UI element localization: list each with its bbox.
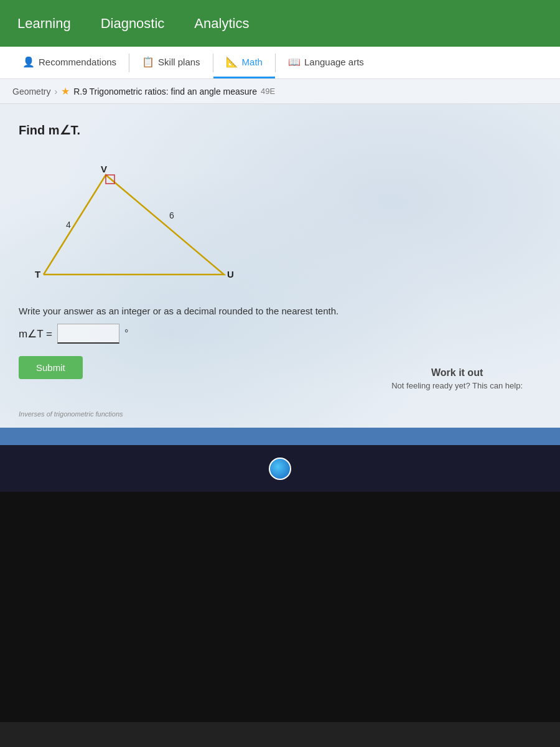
taskbar <box>0 445 560 492</box>
triangle-diagram: V T U 4 6 <box>31 156 255 293</box>
breadcrumb-parent[interactable]: Geometry <box>12 87 50 96</box>
recommendations-icon: 👤 <box>22 56 35 68</box>
svg-text:U: U <box>227 269 234 280</box>
answer-instruction: Write your answer as an integer or as a … <box>19 306 541 316</box>
subnav-recommendations-label: Recommendations <box>39 57 116 67</box>
svg-text:V: V <box>101 164 107 174</box>
black-area <box>0 492 560 722</box>
answer-label: m∠T = <box>19 327 52 341</box>
svg-text:4: 4 <box>66 220 71 230</box>
nav-learning[interactable]: Learning <box>15 11 73 37</box>
degree-symbol: ° <box>124 328 128 339</box>
nav-analytics[interactable]: Analytics <box>192 11 251 37</box>
subnav-recommendations[interactable]: 👤 Recommendations <box>10 47 129 78</box>
language-arts-icon: 📖 <box>288 56 301 68</box>
svg-text:6: 6 <box>169 210 174 220</box>
taskbar-browser-icon[interactable] <box>269 458 291 480</box>
subnav-skill-plans[interactable]: 📋 Skill plans <box>129 47 213 78</box>
svg-text:T: T <box>35 269 40 280</box>
skill-plans-icon: 📋 <box>142 56 154 68</box>
problem-title: Find m∠T. <box>19 123 541 138</box>
subnav-language-arts[interactable]: 📖 Language arts <box>276 47 376 78</box>
angle-answer-input[interactable] <box>57 324 119 344</box>
subnav-language-arts-label: Language arts <box>304 57 364 67</box>
breadcrumb: Geometry › ★ R.9 Trigonometric ratios: f… <box>0 79 560 104</box>
breadcrumb-code: 49E <box>261 87 275 96</box>
submit-button[interactable]: Submit <box>19 356 83 379</box>
nav-diagnostic[interactable]: Diagnostic <box>98 11 167 37</box>
subnav-math[interactable]: 📐 Math <box>213 47 275 78</box>
subnav-math-label: Math <box>242 57 263 67</box>
breadcrumb-star: ★ <box>61 85 70 97</box>
answer-row: m∠T = ° <box>19 324 541 344</box>
work-it-out-title: Work it out <box>391 367 523 378</box>
sub-navigation: 👤 Recommendations 📋 Skill plans 📐 Math 📖… <box>0 47 560 79</box>
work-it-out-subtitle: Not feeling ready yet? This can help: <box>391 381 523 390</box>
triangle-svg: V T U 4 6 <box>31 156 243 293</box>
main-content: Find m∠T. V T U 4 6 Write your ans <box>0 104 560 428</box>
breadcrumb-current: R.9 Trigonometric ratios: find an angle … <box>73 87 257 96</box>
math-icon: 📐 <box>226 56 238 68</box>
top-navigation: Learning Diagnostic Analytics <box>0 0 560 47</box>
breadcrumb-chevron: › <box>54 87 57 96</box>
subnav-skill-plans-label: Skill plans <box>158 57 200 67</box>
bottom-hint: Inverses of trigonometric functions <box>19 410 123 418</box>
work-it-out-section: Work it out Not feeling ready yet? This … <box>391 367 523 390</box>
blue-bar <box>0 428 560 445</box>
